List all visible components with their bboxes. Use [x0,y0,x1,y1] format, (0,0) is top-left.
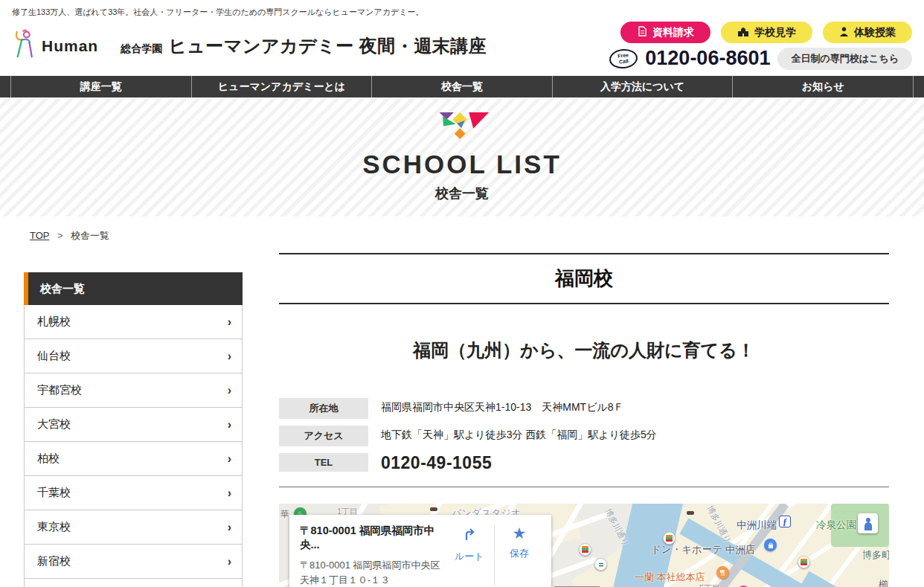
subway-icon[interactable]: ƒ [779,516,791,527]
breadcrumb-current: 校舎一覧 [71,230,109,241]
chevron-right-icon: › [228,350,231,363]
human-figure-icon [12,29,37,62]
map-label: 華 [280,508,289,521]
info-row-access: アクセス 地下鉄「天神」駅より徒歩3分 西鉄「福岡」駅より徒歩5分 [279,426,889,446]
map-label: 5丁目 [699,583,720,587]
global-nav: 講座一覧 ヒューマンアカデミーとは 校舎一覧 入学方法について お知らせ [0,76,924,97]
route-icon [461,525,478,545]
signal-icon [687,511,694,515]
hero-title-ja: 校舎一覧 [435,185,489,202]
brand-title: ヒューマンアカデミー 夜間・週末講座 [168,34,487,58]
sidebar-title: 校舎一覧 [24,272,243,305]
school-list-sidebar: 校舎一覧 札幌校› 仙台校› 宇都宮校› 大宮校› 柏校› 千葉校› 東京校› … [24,272,243,587]
chevron-right-icon: › [228,521,231,534]
sidebar-item-chiba[interactable]: 千葉校› [25,476,242,510]
sidebar-item-omiya[interactable]: 大宮校› [25,408,242,442]
free-call-icon: Free Call [609,48,639,70]
map-info-card: 〒810-0001 福岡県福岡市中央... 〒810-0001 福岡県福岡市中央… [289,515,551,587]
nav-item-about[interactable]: ヒューマンアカデミーとは [191,76,372,97]
document-icon [637,26,647,39]
star-icon: ★ [513,525,527,542]
school-tour-button[interactable]: 学校見学 [721,22,812,43]
phone-number: 0120-06-8601 [645,47,770,70]
logo-wordmark: Human [42,37,98,55]
map-label-poi[interactable]: ドン・キホーテ 中洲店 [651,543,755,556]
map-label-park: 冷泉公園 [816,519,856,532]
nav-item-courses[interactable]: 講座一覧 [10,76,191,97]
map-card-title: 〒810-0001 福岡県福岡市中央... [300,524,448,552]
shopping-pin[interactable] [764,539,777,551]
map-route-button[interactable]: ルート [448,524,491,587]
main-content: 福岡校 福岡（九州）から、一流の人財に育てる！ 所在地 福岡県福岡市中央区天神1… [279,253,889,587]
chevron-right-icon: › [228,555,231,568]
chevron-right-icon: › [228,384,231,397]
person-icon [839,27,849,39]
seven-eleven-pin[interactable] [798,556,810,568]
seven-eleven-pin[interactable] [579,543,591,556]
page: 修了生133万人、選ばれて33年。社会人・フリーター・学生のための専門スクールな… [0,0,924,587]
sidebar-item-sendai[interactable]: 仙台校› [25,339,242,373]
info-row-address: 所在地 福岡県福岡市中央区天神1-10-13 天神MMTビル8Ｆ [279,398,889,419]
chevron-right-icon: › [228,418,231,432]
map-label: 櫛 [879,578,888,587]
breadcrumb-separator: > [57,230,63,241]
restaurant-pin[interactable] [716,566,729,579]
nav-item-news[interactable]: お知らせ [732,76,914,97]
chevron-right-icon: › [228,487,231,500]
map-label-station[interactable]: 中洲川端 [737,519,777,532]
map-card-address: 〒810-0001 福岡県福岡市中央区天神１丁目１０-１３ [300,558,448,587]
site-logo[interactable]: Human 総合学園 ヒューマンアカデミー 夜間・週末講座 [12,29,487,62]
hero-title-en: SCHOOL LIST [362,150,562,179]
sidebar-item-akihabara[interactable]: 秋葉原校› [25,579,242,587]
bus-stop-pin[interactable] [594,558,607,571]
hero-banner: SCHOOL LIST 校舎一覧 [0,97,924,216]
school-building-icon [737,27,749,39]
trial-lesson-button[interactable]: 体験授業 [823,22,912,43]
map-label-poi[interactable]: 一蘭 本社総本店 [635,571,705,584]
breadcrumb-home[interactable]: TOP [30,230,49,241]
sidebar-item-shinjuku[interactable]: 新宿校› [25,545,242,579]
chevron-right-icon: › [228,452,231,466]
school-title: 福岡校 [279,253,889,304]
signal-icon [430,507,437,511]
sidebar-item-kashiwa[interactable]: 柏校› [25,442,242,476]
header: Human 総合学園 ヒューマンアカデミー 夜間・週末講座 資料請求 学 [0,20,924,76]
brand-school-type: 総合学園 [121,42,162,56]
request-materials-button[interactable]: 資料請求 [620,22,710,43]
top-tagline: 修了生133万人、選ばれて33年。社会人・フリーター・学生のための専門スクールな… [0,0,924,20]
fulltime-school-link[interactable]: 全日制の専門校はこちら [777,48,912,70]
sidebar-item-utsunomiya[interactable]: 宇都宮校› [25,373,242,408]
sidebar-item-tokyo[interactable]: 東京校› [25,510,242,545]
sidebar-item-sapporo[interactable]: 札幌校› [25,305,242,339]
school-info-table: 所在地 福岡県福岡市中央区天神1-10-13 天神MMTビル8Ｆ アクセス 地下… [279,398,889,473]
map-label: 博多町 [862,548,889,562]
school-phone-number: 0120-49-1055 [381,453,492,473]
chevron-right-icon: › [228,315,231,329]
map-save-button[interactable]: ★ 保存 [498,524,541,587]
section-divider [279,487,889,487]
breadcrumb: TOP > 校舎一覧 [0,216,924,243]
nav-item-schools[interactable]: 校舎一覧 [371,76,552,97]
school-catchcopy: 福岡（九州）から、一流の人財に育てる！ [279,339,889,362]
nav-item-admission[interactable]: 入学方法について [552,76,733,97]
info-row-tel: TEL 0120-49-1055 [279,453,889,473]
google-map-embed[interactable]: ♨ [279,504,889,587]
pegman-streetview-control[interactable] [858,513,878,533]
triangle-mosaic-logo [434,112,490,143]
